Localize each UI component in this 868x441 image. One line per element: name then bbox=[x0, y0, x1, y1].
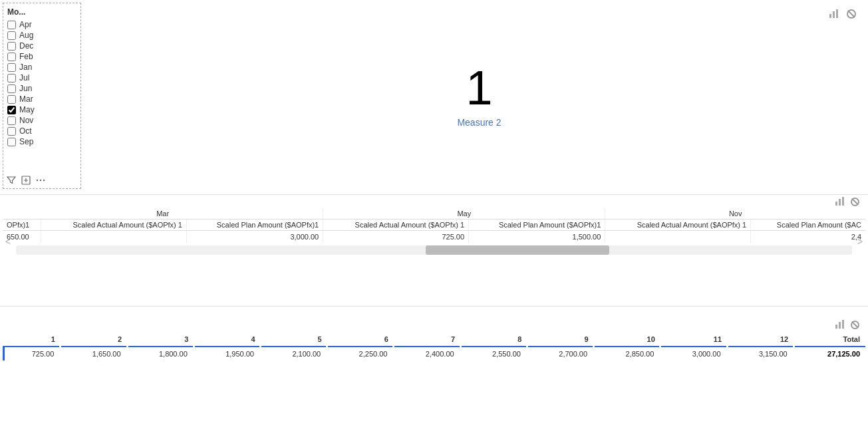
col-8: 8 bbox=[460, 333, 527, 347]
month-header-may: May bbox=[323, 208, 605, 220]
slicer-item-feb[interactable]: Feb bbox=[6, 51, 78, 62]
expand-icon[interactable] bbox=[21, 175, 31, 186]
ban-icon[interactable] bbox=[845, 8, 857, 20]
card-widget: 1 Measure 2 bbox=[93, 3, 865, 189]
slicer-label-oct: Oct bbox=[19, 126, 32, 136]
slicer-item-jan[interactable]: Jan bbox=[6, 62, 78, 73]
slicer-item-oct[interactable]: Oct bbox=[6, 126, 78, 136]
cell-mar-plan: 3,000.00 bbox=[186, 231, 323, 243]
filter-icon[interactable] bbox=[6, 175, 17, 186]
svg-rect-9 bbox=[842, 197, 844, 206]
slicer-label-aug: Aug bbox=[19, 31, 33, 40]
top-table-scroll: Mar May Nov OPfx)1 Scaled Actual Amount … bbox=[3, 208, 865, 257]
slicer-checkbox-jan[interactable] bbox=[7, 63, 16, 72]
slicer-label-jan: Jan bbox=[19, 63, 32, 72]
slicer-item-may[interactable]: May bbox=[6, 104, 78, 115]
top-table-container: Mar May Nov OPfx)1 Scaled Actual Amount … bbox=[3, 208, 865, 243]
cell-1: 725.00 bbox=[4, 347, 61, 361]
cell-10: 2,850.00 bbox=[594, 347, 660, 361]
slicer-item-mar[interactable]: Mar bbox=[6, 94, 78, 104]
cell-2: 1,650.00 bbox=[61, 347, 127, 361]
slicer-item-sep[interactable]: Sep bbox=[6, 136, 78, 147]
bottom-table-widget: 1 2 3 4 5 6 7 8 9 10 11 12 Total 725.00 … bbox=[3, 317, 865, 436]
more-icon[interactable] bbox=[35, 175, 46, 186]
col-7: 7 bbox=[394, 333, 460, 347]
svg-rect-12 bbox=[842, 320, 844, 329]
svg-rect-10 bbox=[835, 325, 837, 329]
month-header-mar: Mar bbox=[3, 208, 323, 220]
slicer-checkbox-nov[interactable] bbox=[7, 116, 16, 125]
slicer-item-dec[interactable]: Dec bbox=[6, 41, 78, 51]
slicer-label-nov: Nov bbox=[19, 116, 33, 125]
slicer-checkbox-oct[interactable] bbox=[7, 127, 16, 136]
cell-7: 2,400.00 bbox=[394, 347, 460, 361]
chart-icon[interactable] bbox=[828, 8, 840, 20]
cell-4: 1,950.00 bbox=[194, 347, 260, 361]
slicer-checkbox-aug[interactable] bbox=[7, 31, 16, 40]
svg-rect-8 bbox=[839, 199, 841, 206]
col-nov-plan: Scaled Plan Amount ($AC bbox=[751, 220, 865, 231]
col-total: Total bbox=[794, 333, 865, 347]
col-2: 2 bbox=[61, 333, 127, 347]
cell-8: 2,550.00 bbox=[460, 347, 527, 361]
slicer-checkbox-feb[interactable] bbox=[7, 53, 16, 61]
col-mar-plan: Scaled Plan Amount ($AOPfx)1 bbox=[186, 220, 323, 231]
card-value: 1 bbox=[466, 64, 492, 112]
bottom-table: 1 2 3 4 5 6 7 8 9 10 11 12 Total 725.00 … bbox=[3, 333, 865, 361]
scrollbar-thumb[interactable] bbox=[426, 245, 610, 255]
scroll-right-arrow[interactable]: > bbox=[857, 236, 863, 247]
col-6: 6 bbox=[327, 333, 394, 347]
horizontal-scrollbar[interactable] bbox=[16, 245, 852, 255]
svg-point-3 bbox=[43, 180, 45, 181]
slicer-label-mar: Mar bbox=[19, 94, 33, 104]
col-opfx: OPfx)1 bbox=[3, 220, 41, 231]
card-label: Measure 2 bbox=[457, 117, 501, 128]
svg-rect-11 bbox=[839, 322, 841, 329]
slicer-item-aug[interactable]: Aug bbox=[6, 30, 78, 41]
month-header-nov: Nov bbox=[605, 208, 865, 220]
table-row: 650.00 3,000.00 725.00 1,500.00 2,4 bbox=[3, 231, 865, 243]
col-11: 11 bbox=[660, 333, 727, 347]
slicer-checkbox-dec[interactable] bbox=[7, 42, 16, 51]
col-9: 9 bbox=[527, 333, 593, 347]
card-icons bbox=[828, 8, 857, 20]
top-table-widget: Mar May Nov OPfx)1 Scaled Actual Amount … bbox=[3, 194, 865, 301]
slicer-panel: Mo... AprAugDecFebJanJulJunMarMayNovOctS… bbox=[3, 3, 81, 189]
col-nov-actual: Scaled Actual Amount ($AOPfx) 1 bbox=[605, 220, 751, 231]
divider-bottom bbox=[0, 306, 868, 307]
col-may-plan: Scaled Plan Amount ($AOPfx)1 bbox=[469, 220, 605, 231]
slicer-label-jun: Jun bbox=[19, 84, 32, 93]
slicer-label-sep: Sep bbox=[19, 137, 33, 146]
bottom-chart-icon[interactable] bbox=[835, 319, 845, 330]
slicer-label-apr: Apr bbox=[19, 20, 32, 29]
slicer-item-jul[interactable]: Jul bbox=[6, 73, 78, 83]
cell-may-plan: 1,500.00 bbox=[469, 231, 605, 243]
col-mar-actual: Scaled Actual Amount ($AOPfx) 1 bbox=[41, 220, 187, 231]
slicer-checkbox-jul[interactable] bbox=[7, 74, 16, 82]
slicer-item-nov[interactable]: Nov bbox=[6, 115, 78, 126]
cell-11: 3,000.00 bbox=[660, 347, 727, 361]
slicer-item-jun[interactable]: Jun bbox=[6, 83, 78, 94]
slicer-label-may: May bbox=[19, 105, 35, 114]
slicer-checkbox-may[interactable] bbox=[7, 106, 16, 114]
slicer-checkbox-apr[interactable] bbox=[7, 21, 16, 29]
table-chart-icon[interactable] bbox=[835, 196, 845, 207]
svg-rect-5 bbox=[833, 11, 835, 18]
cell-12: 3,150.00 bbox=[727, 347, 794, 361]
slicer-label-feb: Feb bbox=[19, 52, 33, 61]
col-10: 10 bbox=[594, 333, 660, 347]
slicer-checkbox-mar[interactable] bbox=[7, 95, 16, 104]
slicer-label-jul: Jul bbox=[19, 73, 29, 82]
bottom-ban-icon[interactable] bbox=[849, 319, 860, 330]
slicer-item-apr[interactable]: Apr bbox=[6, 19, 78, 30]
table-ban-icon[interactable] bbox=[849, 196, 860, 207]
slicer-footer bbox=[6, 175, 46, 186]
svg-point-1 bbox=[37, 180, 38, 181]
slicer-checkbox-jun[interactable] bbox=[7, 84, 16, 93]
bottom-table-toolbar bbox=[3, 317, 865, 333]
col-1: 1 bbox=[4, 333, 61, 347]
svg-point-2 bbox=[40, 180, 41, 181]
slicer-checkbox-sep[interactable] bbox=[7, 138, 16, 146]
scroll-left-arrow[interactable]: < bbox=[5, 236, 11, 247]
cell-3: 1,800.00 bbox=[127, 347, 194, 361]
